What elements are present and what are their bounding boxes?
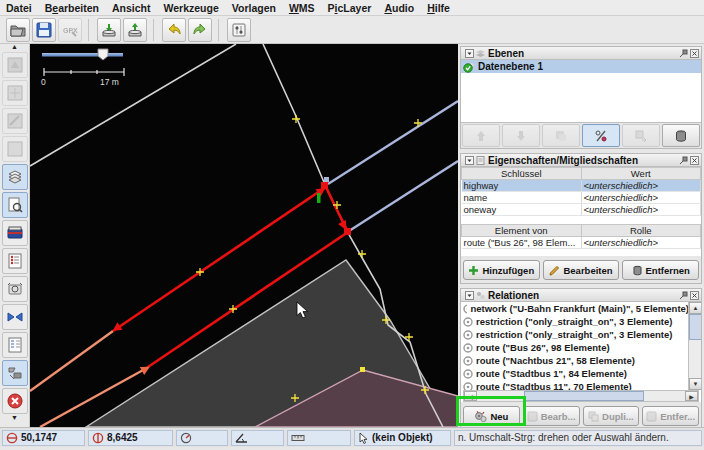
tool-lasso-button[interactable] xyxy=(2,80,28,106)
layer-move-down-button[interactable] xyxy=(502,124,540,147)
relations-horizontal-scrollbar[interactable]: ◀ ▶ xyxy=(463,390,699,402)
relation-list-item[interactable]: network ("U-Bahn Frankfurt (Main)", 5 El… xyxy=(461,302,689,315)
node-lavender[interactable] xyxy=(324,177,329,182)
selected-node[interactable] xyxy=(344,228,351,235)
tag-row[interactable]: highway <unterschiedlich> xyxy=(462,180,701,192)
menu-hilfe[interactable]: Hilfe xyxy=(427,2,450,14)
scroll-left-button[interactable]: ◀ xyxy=(464,391,477,401)
layer-move-up-button[interactable] xyxy=(462,124,500,147)
delete-tag-button[interactable]: Entfernen xyxy=(622,260,699,280)
relation-list-item[interactable]: restriction ("only_straight_on", 3 Eleme… xyxy=(461,315,689,328)
collapse-icon[interactable] xyxy=(465,156,474,165)
relations-vertical-scrollbar[interactable]: ▲ ▼ xyxy=(688,302,701,390)
relation-icon xyxy=(463,382,473,391)
layer-opacity-button[interactable] xyxy=(582,124,620,147)
download-data-button[interactable] xyxy=(97,18,121,42)
open-folder-icon xyxy=(9,21,27,39)
scrollbar-thumb[interactable] xyxy=(689,314,701,340)
tag-row[interactable]: name <unterschiedlich> xyxy=(462,192,701,204)
menu-datei[interactable]: Datei xyxy=(6,2,32,14)
scrollbar-thumb[interactable] xyxy=(524,391,644,401)
stick-pin-icon[interactable] xyxy=(679,291,688,300)
preferences-button[interactable] xyxy=(227,18,251,42)
tags-header-row: Schlüssel Wert xyxy=(462,168,701,180)
menu-audio[interactable]: Audio xyxy=(384,2,414,14)
sidebar-scroll-down-icon[interactable]: ▼ xyxy=(11,415,18,421)
export-gpx-button[interactable]: GPX xyxy=(58,18,82,42)
latitude-icon xyxy=(6,432,18,444)
close-panel-icon[interactable] xyxy=(690,156,699,165)
tag-row[interactable]: oneway <unterschiedlich> xyxy=(462,204,701,216)
menu-ansicht[interactable]: Ansicht xyxy=(112,2,151,14)
scroll-up-button[interactable]: ▲ xyxy=(689,302,701,314)
right-dock: Ebenen Datenebene 1 Eigenschaften/Mitgli… xyxy=(458,44,704,427)
collapse-icon[interactable] xyxy=(465,49,474,58)
layer-delete-button[interactable] xyxy=(662,124,700,147)
tool-draw-button[interactable] xyxy=(2,108,28,134)
pencil-icon xyxy=(549,265,560,276)
new-relation-button[interactable]: Neu xyxy=(463,406,520,426)
toggle-filter-panel-button[interactable] xyxy=(2,360,28,386)
parent-column-header[interactable]: Element von xyxy=(462,225,582,237)
undo-button[interactable] xyxy=(162,18,186,42)
close-panel-icon[interactable] xyxy=(690,49,699,58)
relation-list-item[interactable]: restriction ("only_straight_on", 3 Eleme… xyxy=(461,328,689,341)
menu-werkzeuge[interactable]: Werkzeuge xyxy=(164,2,219,14)
discard-changes-button[interactable] xyxy=(2,388,28,414)
toggle-selection-list-button[interactable] xyxy=(2,220,28,246)
map-canvas[interactable]: 0 17 m xyxy=(30,44,458,427)
stick-pin-icon[interactable] xyxy=(679,156,688,165)
layer-row[interactable]: Datenebene 1 xyxy=(461,60,701,73)
collapse-icon[interactable] xyxy=(465,291,474,300)
layer-merge-button[interactable] xyxy=(542,124,580,147)
selected-node[interactable] xyxy=(321,182,328,189)
membership-row[interactable]: route ("Bus 26", 98 Elem... <unterschied… xyxy=(462,237,701,249)
toolbar-separator xyxy=(88,19,89,41)
delete-relation-button[interactable]: Entfer... xyxy=(642,406,699,426)
upload-icon xyxy=(126,21,144,39)
scroll-right-button[interactable]: ▶ xyxy=(685,391,698,401)
relation-list-item[interactable]: route ("Nachtbus 21", 58 Elemente) xyxy=(461,354,689,367)
menu-bearbeiten[interactable]: Bearbeiten xyxy=(45,2,99,14)
key-column-header[interactable]: Schlüssel xyxy=(462,168,582,180)
toggle-conflicts-panel-button[interactable] xyxy=(2,248,28,274)
add-tag-button[interactable]: Hinzufügen xyxy=(463,260,540,280)
tool-select-button[interactable] xyxy=(2,52,28,78)
tags-table: Schlüssel Wert highway <unterschiedlich>… xyxy=(461,167,701,216)
relations-panel: Relationen network ("U-Bahn Frankfurt (M… xyxy=(460,288,702,430)
role-column-header[interactable]: Rolle xyxy=(581,225,701,237)
duplicate-relation-button[interactable]: Dupli... xyxy=(583,406,640,426)
heading-field xyxy=(176,430,228,446)
relation-list-item[interactable]: route ("Stadtbus 1", 84 Elemente) xyxy=(461,367,689,380)
toggle-properties-panel-button[interactable] xyxy=(2,192,28,218)
menu-piclayer[interactable]: PicLayer xyxy=(328,2,372,14)
value-column-header[interactable]: Wert xyxy=(581,168,701,180)
relation-list-item[interactable]: route ("Bus 26", 98 Elemente) xyxy=(461,341,689,354)
relation-icon xyxy=(463,317,473,327)
edit-tag-button[interactable]: Bearbeiten xyxy=(543,260,620,280)
menu-vorlagen[interactable]: Vorlagen xyxy=(232,2,276,14)
tool-zoom-button[interactable] xyxy=(2,136,28,162)
object-field: (kein Objekt) xyxy=(354,430,451,446)
redo-button[interactable] xyxy=(188,18,212,42)
close-panel-icon[interactable] xyxy=(690,291,699,300)
relations-panel-header: Relationen xyxy=(461,289,701,302)
layer-duplicate-button[interactable] xyxy=(622,124,660,147)
scroll-down-button[interactable]: ▼ xyxy=(689,378,701,390)
toggle-todo-list-button[interactable] xyxy=(2,332,28,358)
toggle-validator-panel-button[interactable] xyxy=(2,304,28,330)
sidebar-scroll-up-icon[interactable]: ▲ xyxy=(11,44,18,50)
node-yellow[interactable] xyxy=(360,367,365,372)
upload-data-button[interactable] xyxy=(123,18,147,42)
toggle-mapillary-panel-button[interactable] xyxy=(2,276,28,302)
relation-list-item[interactable]: route ("Stadtbus 11", 70 Elemente) xyxy=(461,380,689,390)
menu-wms[interactable]: WMS xyxy=(289,2,315,14)
save-button[interactable] xyxy=(32,18,56,42)
edit-icon xyxy=(527,411,538,422)
scale-distance-label: 17 m xyxy=(100,77,119,87)
open-file-button[interactable] xyxy=(6,18,30,42)
ruler-icon xyxy=(291,433,305,443)
edit-relation-button[interactable]: Bearb... xyxy=(523,406,580,426)
toggle-layers-panel-button[interactable] xyxy=(2,164,28,190)
stick-pin-icon[interactable] xyxy=(679,49,688,58)
